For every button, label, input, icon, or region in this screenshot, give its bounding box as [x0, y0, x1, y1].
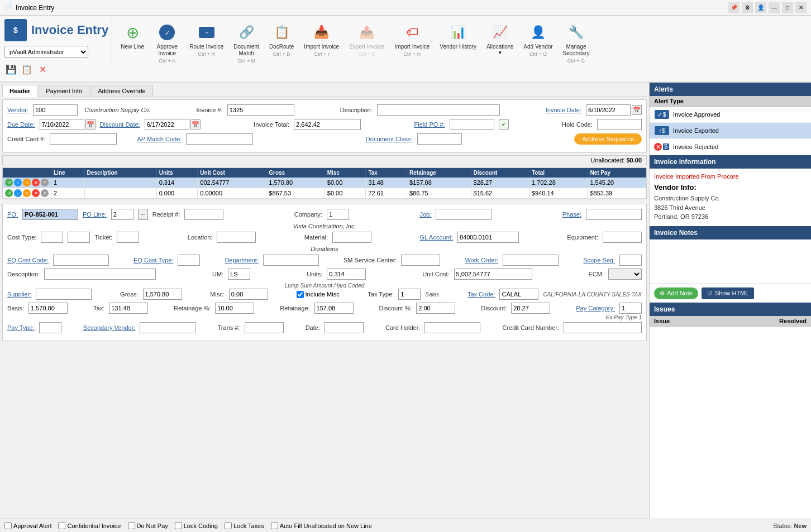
tab-header[interactable]: Header — [2, 85, 37, 97]
auto-fill-checkbox[interactable] — [271, 522, 278, 529]
vendor-input[interactable] — [33, 104, 78, 116]
row2-icon-2[interactable]: ○ — [14, 189, 22, 197]
user-button[interactable]: 👤 — [755, 2, 766, 13]
tax-input[interactable] — [109, 303, 148, 314]
credit-card-number-input[interactable] — [564, 322, 642, 333]
eq-cost-type-input[interactable] — [178, 255, 200, 266]
vendor-label[interactable]: Vendor: — [7, 107, 28, 113]
row1-icon-4[interactable]: ✕ — [32, 179, 40, 186]
ecm-select[interactable] — [608, 269, 642, 280]
pay-category-input[interactable] — [619, 303, 642, 314]
invoice-date-label[interactable]: Invoice Date: — [546, 107, 581, 113]
gl-account-label[interactable]: GL Account: — [419, 234, 453, 241]
alert-item-approved[interactable]: ✓$ Invoice Approved — [650, 107, 811, 123]
vendor-history-button[interactable]: 📊 Vendor History — [435, 20, 481, 52]
row2-icon-5[interactable]: ? — [41, 189, 49, 197]
phase-input[interactable] — [586, 209, 642, 220]
unit-cost-detail-input[interactable] — [454, 269, 532, 280]
window-controls[interactable]: 📌 ⚙ 👤 — □ ✕ — [728, 2, 807, 13]
allocations-button[interactable]: 📈 Allocations ▼ — [482, 20, 518, 57]
tax-type-input[interactable] — [398, 289, 421, 300]
misc-input[interactable] — [229, 289, 268, 300]
pay-category-label[interactable]: Pay Category: — [576, 305, 615, 311]
pay-type-label[interactable]: Pay Type: — [7, 324, 35, 331]
units-detail-input[interactable] — [327, 269, 366, 280]
supplier-label[interactable]: Supplier: — [7, 291, 31, 298]
material-input[interactable] — [332, 232, 371, 243]
import-invoice-button[interactable]: 📥 Import Invoice Ctrl + I — [299, 20, 344, 59]
add-vendor-button[interactable]: 👤 Add Vendor Ctrl + O — [519, 20, 557, 59]
gross-input[interactable] — [143, 289, 182, 300]
show-html-button[interactable]: ☑ Show HTML — [702, 287, 755, 299]
detail-description-input[interactable] — [44, 269, 156, 280]
po-line-lookup-btn[interactable]: ⋯ — [138, 209, 148, 220]
hold-code-input[interactable] — [597, 119, 642, 130]
address-sequence-button[interactable]: Address Sequence — [574, 133, 642, 145]
eq-cost-code-label[interactable]: EQ Cost Code: — [7, 257, 49, 263]
work-order-input[interactable] — [503, 255, 559, 266]
discount-date-label[interactable]: Discount Date: — [100, 121, 140, 128]
job-input[interactable] — [436, 209, 492, 220]
field-po-input[interactable] — [450, 119, 494, 130]
company-input[interactable] — [327, 209, 349, 220]
po-input[interactable] — [22, 209, 78, 220]
credit-card-input[interactable] — [50, 133, 117, 145]
document-match-button[interactable]: 🔗 DocumentMatch Ctrl + M — [229, 20, 264, 66]
close-button[interactable]: ✕ — [795, 2, 807, 13]
row2-icon-3[interactable]: ⊙ — [23, 189, 31, 197]
settings-button[interactable]: ⚙ — [742, 2, 753, 13]
invoice-date-input[interactable] — [586, 104, 631, 116]
save-button[interactable]: 💾 — [4, 63, 18, 76]
tab-payment-info[interactable]: Payment Info — [39, 85, 89, 97]
do-not-pay-checkbox[interactable] — [128, 522, 135, 529]
delete-button[interactable]: ✕ — [36, 63, 49, 76]
work-order-label[interactable]: Work Order: — [465, 257, 498, 263]
retainage-pct-input[interactable] — [215, 303, 254, 314]
po-label[interactable]: PO: — [7, 211, 18, 218]
secondary-vendor-label[interactable]: Secondary Vendor: — [83, 324, 136, 331]
ticket-input[interactable] — [117, 232, 139, 243]
discount-input[interactable] — [511, 303, 550, 314]
route-invoice-button[interactable]: → Route Invoice Ctrl + R — [185, 20, 228, 59]
document-class-input[interactable] — [417, 133, 462, 145]
add-note-button[interactable]: ⊕ Add Note — [654, 287, 698, 299]
due-date-cal-btn[interactable]: 📅 — [85, 119, 96, 130]
secondary-vendor-input[interactable] — [140, 322, 195, 333]
confidential-invoice-checkbox[interactable] — [58, 522, 65, 529]
eq-cost-type-label[interactable]: EQ Cost Type: — [133, 257, 173, 263]
invoice-num-input[interactable] — [227, 104, 294, 116]
alert-item-rejected[interactable]: ✕ $ Invoice Rejected — [650, 139, 811, 155]
row1-icon-1[interactable]: ↺ — [5, 179, 13, 186]
scope-seq-input[interactable] — [619, 255, 642, 266]
sm-service-center-input[interactable] — [401, 255, 440, 266]
lock-coding-checkbox[interactable] — [175, 522, 182, 529]
basis-input[interactable] — [28, 303, 68, 314]
export-invoice-button[interactable]: 📤 Export Invoice Ctrl + E — [345, 20, 389, 59]
due-date-label[interactable]: Due Date: — [7, 121, 35, 128]
supplier-input[interactable] — [36, 289, 92, 300]
alert-item-exported[interactable]: ↑$ Invoice Exported — [650, 123, 811, 139]
copy-button[interactable]: 📋 — [20, 63, 34, 76]
import-invoice2-button[interactable]: 🏷 Import Invoice Ctrl + H — [390, 20, 435, 59]
po-line-label[interactable]: PO Line: — [83, 211, 107, 218]
gl-account-input[interactable] — [457, 232, 519, 243]
receipt-input[interactable] — [184, 209, 223, 220]
lock-taxes-checkbox[interactable] — [225, 522, 232, 529]
description-input[interactable] — [377, 104, 500, 116]
include-misc-checkbox[interactable] — [297, 291, 304, 298]
cost-type-input2[interactable] — [68, 232, 90, 243]
po-line-input[interactable] — [111, 209, 133, 220]
pin-button[interactable]: 📌 — [728, 2, 740, 13]
row1-icon-5[interactable]: ? — [41, 179, 49, 186]
row1-icon-2[interactable]: ○ — [14, 179, 22, 186]
discount-pct-input[interactable] — [416, 303, 455, 314]
department-input[interactable] — [263, 255, 319, 266]
tax-code-input[interactable] — [499, 289, 538, 300]
scope-seq-label[interactable]: Scope Seq: — [583, 257, 615, 263]
ap-match-code-input[interactable] — [186, 133, 253, 145]
row2-icon-4[interactable]: ✕ — [32, 189, 40, 197]
um-input[interactable] — [228, 269, 250, 280]
approval-alert-checkbox[interactable] — [4, 522, 12, 529]
tax-code-label[interactable]: Tax Code: — [467, 291, 495, 298]
field-po-label[interactable]: Field PO #: — [414, 121, 445, 128]
